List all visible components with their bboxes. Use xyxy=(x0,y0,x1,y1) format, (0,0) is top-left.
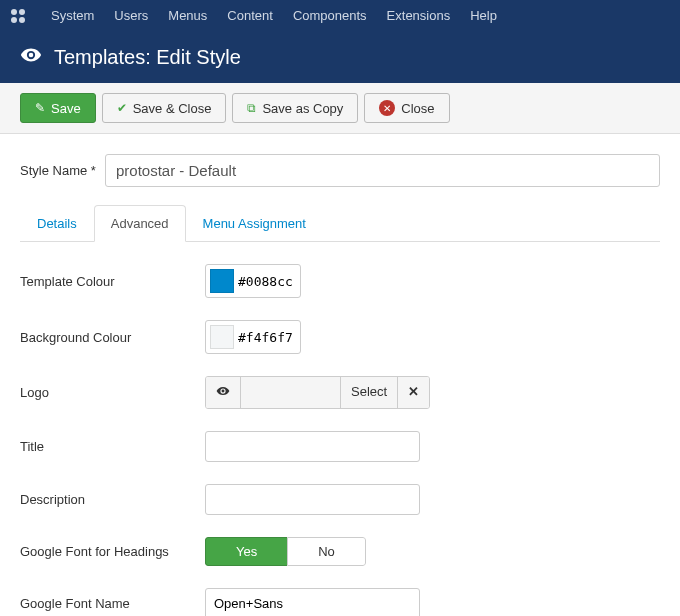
background-colour-row: Background Colour xyxy=(20,320,660,354)
svg-point-2 xyxy=(11,17,17,23)
nav-components[interactable]: Components xyxy=(283,0,377,32)
svg-point-1 xyxy=(19,9,25,15)
check-icon: ✔ xyxy=(117,101,127,115)
description-label: Description xyxy=(20,492,205,507)
description-input[interactable] xyxy=(205,484,420,515)
save-close-button[interactable]: ✔ Save & Close xyxy=(102,93,227,123)
gfont-name-label: Google Font Name xyxy=(20,596,205,611)
gfont-name-row: Google Font Name xyxy=(20,588,660,616)
tab-menu-assignment[interactable]: Menu Assignment xyxy=(186,205,323,241)
gfont-headings-toggle: Yes No xyxy=(205,537,366,566)
background-colour-label: Background Colour xyxy=(20,330,205,345)
joomla-logo-icon xyxy=(10,8,26,24)
svg-point-0 xyxy=(11,9,17,15)
style-name-label: Style Name * xyxy=(20,163,105,178)
logo-media-input: Select ✕ xyxy=(205,376,430,409)
title-label: Title xyxy=(20,439,205,454)
cancel-icon: ✕ xyxy=(379,100,395,116)
title-input[interactable] xyxy=(205,431,420,462)
save-label: Save xyxy=(51,101,81,116)
check-icon: ✎ xyxy=(35,101,45,115)
save-copy-button[interactable]: ⧉ Save as Copy xyxy=(232,93,358,123)
title-row: Title xyxy=(20,431,660,462)
save-copy-label: Save as Copy xyxy=(262,101,343,116)
save-close-label: Save & Close xyxy=(133,101,212,116)
tabs: Details Advanced Menu Assignment xyxy=(20,205,660,242)
nav-users[interactable]: Users xyxy=(104,0,158,32)
preview-icon[interactable] xyxy=(206,377,241,408)
template-colour-input[interactable] xyxy=(205,264,301,298)
logo-value[interactable] xyxy=(241,377,341,408)
style-name-row: Style Name * xyxy=(20,154,660,187)
logo-row: Logo Select ✕ xyxy=(20,376,660,409)
template-colour-row: Template Colour xyxy=(20,264,660,298)
gfont-headings-label: Google Font for Headings xyxy=(20,544,205,559)
eye-icon xyxy=(20,44,42,71)
template-colour-text[interactable] xyxy=(238,268,300,295)
nav-system[interactable]: System xyxy=(41,0,104,32)
title-bar: Templates: Edit Style xyxy=(0,32,680,83)
template-colour-label: Template Colour xyxy=(20,274,205,289)
nav-extensions[interactable]: Extensions xyxy=(377,0,461,32)
nav-content[interactable]: Content xyxy=(217,0,283,32)
gfont-no-option[interactable]: No xyxy=(287,537,366,566)
logo-select-button[interactable]: Select xyxy=(341,377,398,408)
description-row: Description xyxy=(20,484,660,515)
tab-details[interactable]: Details xyxy=(20,205,94,241)
close-label: Close xyxy=(401,101,434,116)
colour-swatch[interactable] xyxy=(210,269,234,293)
gfont-name-input[interactable] xyxy=(205,588,420,616)
content-area: Style Name * Details Advanced Menu Assig… xyxy=(0,134,680,616)
page-title: Templates: Edit Style xyxy=(54,46,241,69)
background-colour-input[interactable] xyxy=(205,320,301,354)
background-colour-text[interactable] xyxy=(238,324,300,351)
top-nav: System Users Menus Content Components Ex… xyxy=(0,0,680,32)
nav-help[interactable]: Help xyxy=(460,0,507,32)
nav-menus[interactable]: Menus xyxy=(158,0,217,32)
style-name-input[interactable] xyxy=(105,154,660,187)
gfont-yes-option[interactable]: Yes xyxy=(205,537,287,566)
copy-icon: ⧉ xyxy=(247,101,256,115)
tab-advanced[interactable]: Advanced xyxy=(94,205,186,242)
logo-label: Logo xyxy=(20,385,205,400)
toolbar: ✎ Save ✔ Save & Close ⧉ Save as Copy ✕ C… xyxy=(0,83,680,134)
save-button[interactable]: ✎ Save xyxy=(20,93,96,123)
colour-swatch[interactable] xyxy=(210,325,234,349)
gfont-headings-row: Google Font for Headings Yes No xyxy=(20,537,660,566)
close-button[interactable]: ✕ Close xyxy=(364,93,449,123)
logo-clear-button[interactable]: ✕ xyxy=(398,377,429,408)
svg-point-3 xyxy=(19,17,25,23)
